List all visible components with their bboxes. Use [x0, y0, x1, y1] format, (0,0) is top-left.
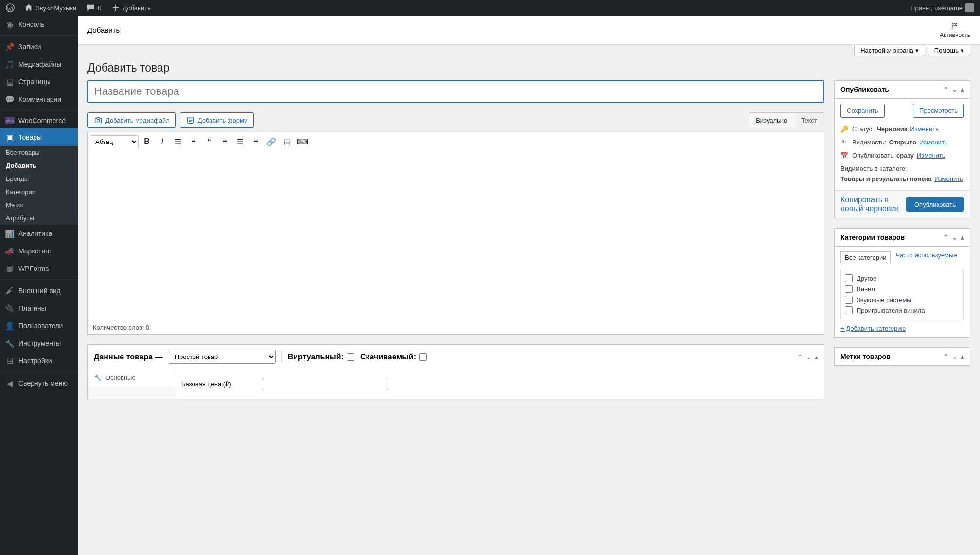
chart-icon: 📊 [5, 229, 15, 238]
downloadable-checkbox[interactable] [419, 353, 427, 361]
chevron-down-icon: ▾ [961, 47, 964, 54]
menu-collapse[interactable]: ◀Свернуть меню [0, 375, 78, 392]
activity-button[interactable]: Активность [940, 22, 970, 38]
align-right-button[interactable]: ≡ [248, 134, 263, 149]
submenu-attributes[interactable]: Атрибуты [0, 212, 78, 225]
collapse-icon: ◀ [5, 378, 15, 388]
comment-icon: 💬 [5, 94, 15, 104]
help-button[interactable]: Помощь ▾ [928, 45, 970, 56]
site-name-link[interactable]: Звуки Музыки [22, 3, 78, 12]
category-item[interactable]: Проигрыватели винила [845, 305, 960, 316]
chevron-up-icon[interactable]: ⌃ [797, 353, 803, 361]
add-form-button[interactable]: Добавить форму [180, 112, 254, 128]
wp-logo[interactable] [4, 3, 17, 12]
submenu-add-product[interactable]: Добавить [0, 159, 78, 172]
toolbar-toggle-button[interactable]: ⌨ [295, 134, 310, 149]
chevron-down-icon[interactable]: ⌄ [952, 86, 958, 93]
publish-box: Опубликовать⌃⌄▴ Сохранить Просмотреть 🔑С… [834, 80, 970, 218]
virtual-checkbox-label[interactable]: Виртуальный: [288, 353, 354, 361]
products-icon: ▣ [5, 132, 15, 142]
category-item[interactable]: Винил [845, 284, 960, 294]
woo-icon: woo [5, 117, 15, 124]
cat-tab-all[interactable]: Все категории [840, 251, 891, 264]
add-new-link[interactable]: Добавить [109, 3, 153, 12]
chevron-up-icon[interactable]: ⌃ [943, 86, 949, 93]
align-center-button[interactable]: ☰ [233, 134, 247, 149]
submenu-tags[interactable]: Метки [0, 198, 78, 212]
menu-pages[interactable]: ▤Страницы [0, 73, 78, 90]
caret-up-icon[interactable]: ▴ [961, 233, 964, 241]
user-greeting[interactable]: Привет, username [909, 3, 976, 12]
menu-comments[interactable]: 💬Комментарии [0, 90, 78, 108]
save-draft-button[interactable]: Сохранить [840, 104, 885, 118]
menu-dashboard[interactable]: ◉Консоль [0, 16, 78, 33]
tab-text[interactable]: Текст [794, 112, 824, 128]
publish-button[interactable]: Опубликовать [906, 197, 964, 212]
pd-tab-general[interactable]: 🔧Основные [88, 369, 175, 386]
virtual-checkbox[interactable] [347, 353, 354, 361]
content-editor[interactable] [88, 151, 824, 321]
menu-settings[interactable]: ⊞Настройки [0, 352, 78, 370]
menu-posts[interactable]: 📌Записи [0, 38, 78, 55]
product-type-select[interactable]: Простой товар [169, 350, 276, 364]
add-category-link[interactable]: + Добавить категорию [840, 325, 906, 332]
edit-visibility-link[interactable]: Изменить [919, 139, 948, 146]
category-item[interactable]: Звуковые системы [845, 294, 960, 305]
site-name: Звуки Музыки [36, 4, 76, 12]
edit-publish-link[interactable]: Изменить [917, 152, 945, 159]
product-title-input[interactable] [88, 80, 824, 103]
menu-tools[interactable]: 🔧Инструменты [0, 335, 78, 352]
menu-marketing[interactable]: 📣Маркетинг [0, 242, 78, 260]
submenu-brands[interactable]: Бренды [0, 172, 78, 185]
chevron-down-icon[interactable]: ⌄ [952, 353, 958, 360]
chevron-up-icon[interactable]: ⌃ [943, 233, 949, 241]
copy-draft-link[interactable]: Копировать в новый черновик [840, 196, 906, 213]
bold-button[interactable]: B [140, 134, 154, 149]
tab-visual[interactable]: Визуально [749, 112, 794, 128]
preview-button[interactable]: Просмотреть [913, 104, 964, 118]
screen-options-button[interactable]: Настройки экрана ▾ [854, 45, 925, 56]
calendar-icon: 📅 [840, 152, 849, 159]
more-button[interactable]: ▤ [280, 134, 294, 149]
caret-up-icon[interactable]: ▴ [961, 86, 964, 93]
menu-products[interactable]: ▣Товары [0, 128, 78, 146]
caret-up-icon[interactable]: ▴ [815, 353, 818, 361]
quote-button[interactable]: ❝ [202, 134, 216, 149]
category-checkbox[interactable] [845, 285, 853, 293]
submenu-categories[interactable]: Категории [0, 185, 78, 198]
wrench-icon: 🔧 [94, 374, 102, 381]
chevron-down-icon[interactable]: ⌄ [952, 233, 958, 241]
category-checkbox[interactable] [845, 274, 853, 282]
format-select[interactable]: Абзац [90, 135, 139, 148]
menu-appearance[interactable]: 🖌Внешний вид [0, 282, 78, 300]
category-item[interactable]: Другое [845, 273, 960, 284]
edit-catalog-link[interactable]: Изменить [934, 175, 963, 182]
caret-up-icon[interactable]: ▴ [961, 353, 964, 360]
align-left-button[interactable]: ≡ [217, 134, 232, 149]
downloadable-checkbox-label[interactable]: Скачиваемый: [360, 353, 427, 361]
chevron-down-icon[interactable]: ⌄ [806, 353, 812, 361]
ol-button[interactable]: ≡ [186, 134, 201, 149]
page-title: Добавить товар [88, 61, 970, 74]
link-button[interactable]: 🔗 [264, 134, 279, 149]
submenu-all-products[interactable]: Все товары [0, 146, 78, 159]
category-checkbox[interactable] [845, 296, 853, 304]
dashboard-icon: ◉ [5, 19, 15, 29]
comments-link[interactable]: 0 [84, 3, 103, 12]
base-price-input[interactable] [262, 378, 388, 390]
menu-woocommerce[interactable]: wooWooCommerce [0, 113, 78, 128]
menu-plugins[interactable]: 🔌Плагины [0, 300, 78, 317]
pin-icon: 📌 [5, 42, 15, 52]
menu-analytics[interactable]: 📊Аналитика [0, 225, 78, 242]
menu-media[interactable]: 🎵Медиафайлы [0, 55, 78, 73]
italic-button[interactable]: I [155, 134, 170, 149]
edit-status-link[interactable]: Изменить [910, 125, 939, 133]
ul-button[interactable]: ☰ [171, 134, 185, 149]
menu-wpforms[interactable]: ▦WPForms [0, 260, 78, 277]
category-checkbox[interactable] [845, 306, 853, 314]
add-media-button[interactable]: Добавить медиафайл [88, 112, 176, 128]
product-data-box: Данные товара — Простой товар Виртуальны… [88, 344, 824, 399]
menu-users[interactable]: 👤Пользователи [0, 317, 78, 335]
cat-tab-recent[interactable]: Часто используемые [895, 251, 957, 264]
chevron-up-icon[interactable]: ⌃ [943, 353, 949, 360]
